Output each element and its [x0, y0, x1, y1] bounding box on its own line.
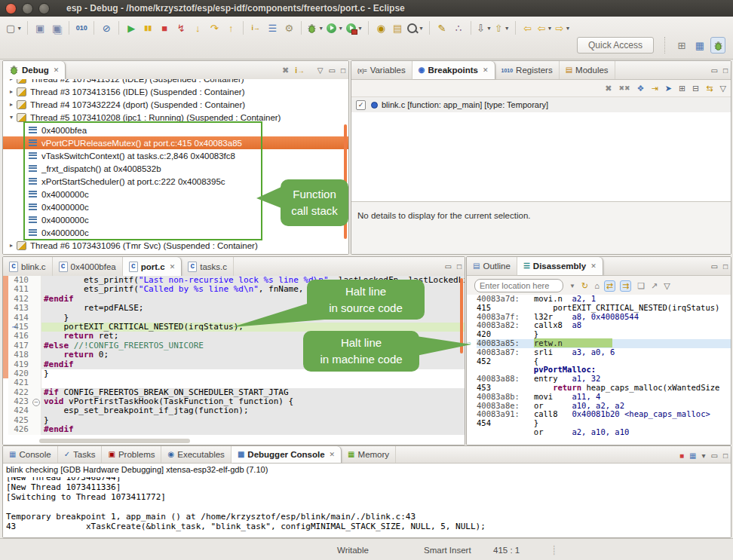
location-input[interactable]	[474, 279, 563, 292]
stack-frame-row[interactable]: vPortCPUReleaseMutex() at port.c:415 0x4…	[3, 136, 348, 149]
line-number[interactable]: 418	[8, 350, 32, 360]
tab-breakpoints[interactable]: ◉Breakpoints✕	[413, 61, 495, 79]
new-view-icon[interactable]: ❏	[637, 281, 645, 291]
tree-twisty-icon[interactable]: ▾	[8, 114, 15, 121]
code-line[interactable]: 426#endif	[3, 425, 465, 434]
debug-scrollbar[interactable]	[344, 124, 347, 239]
resume-button[interactable]: ▶	[124, 20, 139, 36]
tab-debugger-console[interactable]: ▦Debugger Console✕	[232, 446, 342, 463]
tree-twisty-icon[interactable]: ▸	[8, 101, 15, 108]
close-icon[interactable]: ✕	[590, 262, 597, 270]
debug-button[interactable]: ▼	[306, 20, 324, 36]
fold-gutter[interactable]	[32, 360, 41, 369]
source-editor[interactable]: 410 ets_printf("Last non-recursive lock …	[3, 276, 465, 445]
stack-frame-row[interactable]: 0x4000000c	[3, 200, 348, 213]
expand-all-icon[interactable]: ⊞	[679, 84, 685, 93]
fold-gutter[interactable]	[32, 369, 41, 378]
minimize-icon[interactable]: ▭	[329, 66, 336, 75]
dropdown-arrow-icon[interactable]: ▼	[565, 26, 570, 31]
stack-frame-row[interactable]: xPortStartScheduler() at port.c:222 0x40…	[3, 175, 348, 188]
restart-icon[interactable]: i→	[295, 66, 305, 75]
sync-active-context-icon[interactable]: ⇄	[604, 280, 615, 292]
fold-gutter[interactable]	[32, 416, 41, 425]
terminate-console-icon[interactable]: ■	[679, 451, 684, 460]
line-number[interactable]: 424	[8, 406, 32, 415]
minimize-icon[interactable]: ▭	[711, 451, 718, 460]
dropdown-arrow-icon[interactable]: ▼	[338, 26, 343, 31]
remove-all-breakpoints-icon[interactable]: ✖✖	[618, 84, 630, 92]
code-line[interactable]: 424 esp_set_breakpoint_if_jtag(function)…	[3, 406, 465, 415]
search-button[interactable]: ▼	[406, 20, 425, 36]
fold-gutter[interactable]	[32, 332, 41, 341]
remove-breakpoint-icon[interactable]: ✖	[605, 84, 612, 93]
fold-gutter[interactable]	[32, 314, 41, 323]
thread-row[interactable]: ▸Thread #3 1073413156 (IDLE) (Suspended …	[3, 85, 348, 98]
tree-twisty-icon[interactable]: ▸	[8, 79, 15, 82]
minimize-icon[interactable]: ▭	[711, 66, 718, 75]
code-line[interactable]: 419#endif	[3, 360, 465, 369]
dropdown-arrow-icon[interactable]: ▼	[547, 26, 553, 31]
suspend-button[interactable]: ▮▮	[140, 20, 155, 36]
view-menu-icon[interactable]: ▽	[317, 66, 324, 75]
tab-tasks[interactable]: ✓Tasks	[58, 446, 103, 463]
maximize-icon[interactable]: □	[723, 66, 728, 75]
stack-frame-row[interactable]: _frxt_dispatch() at 0x4008532b	[3, 162, 348, 175]
step-return-button[interactable]: ↑	[223, 20, 238, 36]
dropdown-arrow-icon[interactable]: ▼	[505, 26, 510, 31]
code-line[interactable]: 413 ret=pdFALSE;	[3, 304, 465, 313]
terminate-button[interactable]: ■	[157, 20, 172, 36]
dropdown-arrow-icon[interactable]: ▼	[419, 26, 424, 31]
maximize-icon[interactable]: □	[723, 451, 728, 460]
breakpoint-checkbox[interactable]: ✓	[356, 100, 366, 110]
fold-gutter[interactable]	[32, 378, 41, 387]
binary-button[interactable]: 010	[74, 20, 89, 36]
forward-button[interactable]: ⇨▼	[555, 20, 572, 36]
tab-variables[interactable]: (x)=Variables	[351, 61, 413, 79]
debug-perspective-button[interactable]	[710, 37, 725, 54]
window-close-button[interactable]	[5, 3, 17, 14]
editor-hscrollbar[interactable]	[39, 439, 190, 443]
console-output[interactable]: [New Thread 1073468744][New Thread 10734…	[3, 477, 731, 537]
run-button[interactable]: ▼	[326, 20, 344, 36]
line-number[interactable]: 411	[8, 285, 32, 294]
minimize-icon[interactable]: ▭	[711, 262, 718, 271]
disassembly-row[interactable]: or a2, a10, a10	[467, 428, 731, 437]
stack-frame-row[interactable]: 0x4000000c	[3, 188, 348, 200]
close-icon[interactable]: ✕	[330, 451, 336, 458]
quick-access-button[interactable]: Quick Access	[577, 37, 654, 54]
tab-registers[interactable]: 1010Registers	[495, 61, 560, 79]
window-maximize-button[interactable]	[38, 3, 50, 14]
step-into-button[interactable]: ↓	[190, 20, 205, 36]
tab-modules[interactable]: ▤Modules	[560, 61, 615, 79]
close-icon[interactable]: ✕	[54, 66, 60, 74]
back-history-button[interactable]: ⇦▼	[537, 20, 554, 36]
remove-all-terminated-icon[interactable]: ✖	[282, 66, 289, 75]
tree-twisty-icon[interactable]: ▸	[8, 88, 15, 95]
maximize-icon[interactable]: □	[723, 262, 728, 271]
refresh-icon[interactable]: ↻	[581, 281, 588, 291]
external-tools-button[interactable]: ▼	[345, 20, 363, 36]
dropdown-arrow-icon[interactable]: ▼	[357, 26, 363, 31]
mark-occurrences-button[interactable]: ✎	[434, 20, 449, 36]
dropdown-arrow-icon[interactable]: ▼	[318, 26, 324, 31]
fold-gutter[interactable]	[32, 406, 41, 415]
line-number[interactable]: 416	[8, 332, 32, 341]
thread-row[interactable]: ▸Thread #2 1073411312 (IDLE) (Suspended …	[3, 79, 348, 85]
last-edit-location-button[interactable]: ⇩▼	[476, 20, 492, 36]
show-source-button[interactable]: ☰	[265, 20, 280, 36]
save-button[interactable]: ▣	[32, 20, 48, 36]
tab-problems[interactable]: ▣Problems	[102, 446, 161, 463]
console-menu-icon[interactable]: ▾	[701, 451, 705, 460]
tab-outline[interactable]: ▤Outline	[467, 257, 517, 275]
view-menu-icon[interactable]: ▽	[664, 281, 670, 291]
collapse-all-icon[interactable]: ⊟	[692, 84, 699, 93]
save-all-button[interactable]: ▣	[49, 20, 64, 36]
maximize-icon[interactable]: □	[341, 66, 345, 75]
dropdown-arrow-icon[interactable]: ▼	[486, 26, 492, 31]
skip-all-breakpoints-button[interactable]: ⊘	[99, 20, 114, 36]
fold-gutter[interactable]	[32, 388, 41, 397]
fold-gutter[interactable]	[32, 295, 41, 304]
fold-gutter[interactable]	[32, 276, 41, 285]
track-expression-icon[interactable]: ⇉	[620, 280, 631, 292]
disassembly-listing[interactable]: 40083a7d: movi.n a2, 1415 portEXIT_CRITI…	[467, 295, 731, 445]
